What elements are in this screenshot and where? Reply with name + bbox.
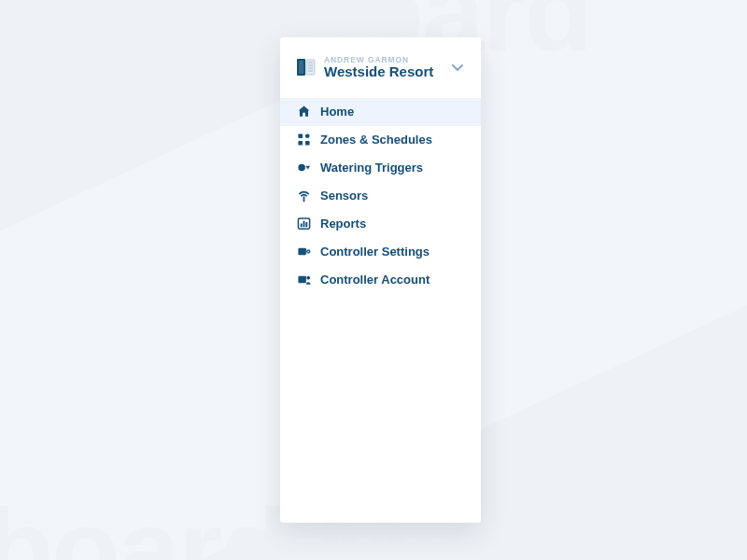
- svg-rect-16: [305, 222, 307, 227]
- sidebar-item-sensors[interactable]: Sensors: [280, 182, 481, 210]
- sidebar-item-controller-settings[interactable]: Controller Settings: [280, 238, 481, 266]
- drop-icon: [297, 161, 311, 175]
- chevron-down-icon[interactable]: [451, 61, 464, 74]
- sidebar-item-label: Zones & Schedules: [320, 133, 432, 147]
- svg-rect-20: [298, 276, 305, 284]
- svg-rect-15: [303, 221, 305, 228]
- svg-point-11: [298, 164, 305, 172]
- svg-rect-9: [298, 141, 303, 146]
- svg-rect-2: [306, 60, 315, 75]
- svg-rect-7: [298, 134, 303, 139]
- sidebar-item-label: Controller Settings: [320, 245, 430, 259]
- sidebar-item-zones-schedules[interactable]: Zones & Schedules: [280, 126, 481, 154]
- grid-icon: [297, 133, 311, 147]
- sidebar-panel: ANDREW GARMON Westside Resort Home: [280, 37, 481, 523]
- sidebar-item-label: Watering Triggers: [320, 161, 423, 175]
- chart-icon: [297, 217, 311, 231]
- svg-rect-14: [301, 224, 303, 228]
- svg-point-21: [306, 276, 310, 280]
- svg-rect-10: [305, 141, 310, 146]
- svg-rect-1: [299, 61, 303, 74]
- account-icon: [297, 273, 311, 287]
- svg-rect-17: [298, 248, 305, 256]
- svg-point-19: [307, 251, 309, 253]
- svg-rect-8: [305, 134, 310, 139]
- home-icon: [297, 105, 311, 119]
- header-location: Westside Resort: [324, 64, 433, 79]
- sidebar-item-label: Home: [320, 105, 354, 119]
- sidebar-item-label: Controller Account: [320, 273, 430, 287]
- sidebar-item-home[interactable]: Home: [280, 98, 481, 126]
- sidebar-item-label: Sensors: [320, 189, 368, 203]
- sidebar-menu: Home Zones & Schedules Watering Trig: [280, 94, 481, 294]
- sidebar-item-label: Reports: [320, 217, 366, 231]
- gear-icon: [297, 245, 311, 259]
- brand-mark-icon: [297, 58, 316, 77]
- sidebar-item-watering-triggers[interactable]: Watering Triggers: [280, 154, 481, 182]
- sidebar-header[interactable]: ANDREW GARMON Westside Resort: [280, 37, 481, 94]
- sidebar-item-controller-account[interactable]: Controller Account: [280, 266, 481, 294]
- signal-icon: [297, 189, 311, 203]
- sidebar-item-reports[interactable]: Reports: [280, 210, 481, 238]
